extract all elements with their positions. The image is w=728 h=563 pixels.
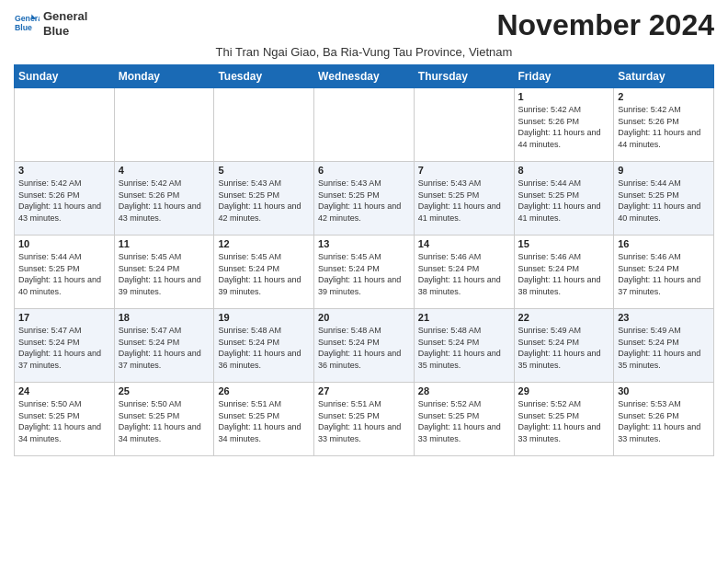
calendar-cell: 27Sunrise: 5:51 AM Sunset: 5:25 PM Dayli… [314, 383, 415, 456]
calendar-cell [314, 88, 415, 162]
weekday-header: Friday [514, 65, 614, 88]
day-number: 2 [618, 91, 710, 102]
calendar-week-row: 3Sunrise: 5:42 AM Sunset: 5:26 PM Daylig… [15, 162, 714, 236]
day-info: Sunrise: 5:50 AM Sunset: 5:25 PM Dayligh… [119, 398, 210, 444]
day-info: Sunrise: 5:44 AM Sunset: 5:25 PM Dayligh… [518, 178, 610, 224]
day-number: 18 [119, 312, 210, 323]
day-number: 11 [119, 238, 210, 249]
calendar-cell: 29Sunrise: 5:52 AM Sunset: 5:25 PM Dayli… [514, 383, 614, 456]
calendar-cell: 26Sunrise: 5:51 AM Sunset: 5:25 PM Dayli… [214, 383, 314, 456]
day-info: Sunrise: 5:43 AM Sunset: 5:25 PM Dayligh… [318, 178, 410, 224]
day-number: 7 [418, 165, 510, 176]
calendar-header: SundayMondayTuesdayWednesdayThursdayFrid… [15, 65, 714, 88]
day-info: Sunrise: 5:45 AM Sunset: 5:24 PM Dayligh… [218, 251, 310, 297]
day-number: 21 [418, 312, 510, 323]
calendar-cell: 25Sunrise: 5:50 AM Sunset: 5:25 PM Dayli… [114, 383, 214, 456]
calendar-cell: 22Sunrise: 5:49 AM Sunset: 5:24 PM Dayli… [514, 309, 614, 383]
calendar-body: 1Sunrise: 5:42 AM Sunset: 5:26 PM Daylig… [15, 88, 714, 456]
day-number: 5 [218, 165, 310, 176]
title-area: November 2024 [496, 9, 714, 41]
calendar-cell: 8Sunrise: 5:44 AM Sunset: 5:25 PM Daylig… [514, 162, 614, 236]
day-number: 26 [218, 385, 310, 396]
day-info: Sunrise: 5:52 AM Sunset: 5:25 PM Dayligh… [518, 398, 610, 444]
day-number: 16 [618, 238, 710, 249]
day-info: Sunrise: 5:48 AM Sunset: 5:24 PM Dayligh… [318, 325, 410, 371]
day-number: 8 [518, 165, 610, 176]
day-info: Sunrise: 5:45 AM Sunset: 5:24 PM Dayligh… [119, 251, 210, 297]
calendar-cell: 4Sunrise: 5:42 AM Sunset: 5:26 PM Daylig… [114, 162, 214, 236]
svg-text:Blue: Blue [15, 23, 32, 32]
day-number: 1 [518, 91, 610, 102]
calendar-cell: 20Sunrise: 5:48 AM Sunset: 5:24 PM Dayli… [314, 309, 415, 383]
calendar-cell [414, 88, 514, 162]
day-info: Sunrise: 5:46 AM Sunset: 5:24 PM Dayligh… [518, 251, 610, 297]
calendar-cell: 18Sunrise: 5:47 AM Sunset: 5:24 PM Dayli… [114, 309, 214, 383]
day-number: 4 [119, 165, 210, 176]
day-number: 29 [518, 385, 610, 396]
day-info: Sunrise: 5:46 AM Sunset: 5:24 PM Dayligh… [618, 251, 710, 297]
calendar-cell: 12Sunrise: 5:45 AM Sunset: 5:24 PM Dayli… [214, 236, 314, 309]
day-info: Sunrise: 5:47 AM Sunset: 5:24 PM Dayligh… [18, 325, 110, 371]
page-header: General Blue General Blue November 2024 [14, 9, 714, 41]
day-info: Sunrise: 5:51 AM Sunset: 5:25 PM Dayligh… [318, 398, 410, 444]
day-info: Sunrise: 5:46 AM Sunset: 5:24 PM Dayligh… [418, 251, 510, 297]
day-info: Sunrise: 5:42 AM Sunset: 5:26 PM Dayligh… [618, 104, 710, 150]
header-row: SundayMondayTuesdayWednesdayThursdayFrid… [15, 65, 714, 88]
day-info: Sunrise: 5:44 AM Sunset: 5:25 PM Dayligh… [18, 251, 110, 297]
day-info: Sunrise: 5:43 AM Sunset: 5:25 PM Dayligh… [418, 178, 510, 224]
calendar-cell: 23Sunrise: 5:49 AM Sunset: 5:24 PM Dayli… [614, 309, 714, 383]
logo-text: General Blue [43, 9, 87, 38]
calendar-cell [214, 88, 314, 162]
calendar-table: SundayMondayTuesdayWednesdayThursdayFrid… [14, 64, 714, 456]
day-number: 23 [618, 312, 710, 323]
day-info: Sunrise: 5:51 AM Sunset: 5:25 PM Dayligh… [218, 398, 310, 444]
day-info: Sunrise: 5:47 AM Sunset: 5:24 PM Dayligh… [119, 325, 210, 371]
calendar-cell: 7Sunrise: 5:43 AM Sunset: 5:25 PM Daylig… [414, 162, 514, 236]
day-number: 12 [218, 238, 310, 249]
logo: General Blue General Blue [14, 9, 87, 38]
calendar-cell: 2Sunrise: 5:42 AM Sunset: 5:26 PM Daylig… [614, 88, 714, 162]
calendar-cell: 3Sunrise: 5:42 AM Sunset: 5:26 PM Daylig… [15, 162, 115, 236]
day-number: 9 [618, 165, 710, 176]
day-number: 13 [318, 238, 410, 249]
subtitle: Thi Tran Ngai Giao, Ba Ria-Vung Tau Prov… [14, 45, 714, 59]
day-info: Sunrise: 5:49 AM Sunset: 5:24 PM Dayligh… [618, 325, 710, 371]
calendar-cell: 14Sunrise: 5:46 AM Sunset: 5:24 PM Dayli… [414, 236, 514, 309]
calendar-cell: 1Sunrise: 5:42 AM Sunset: 5:26 PM Daylig… [514, 88, 614, 162]
calendar-cell [114, 88, 214, 162]
day-number: 24 [18, 385, 110, 396]
day-info: Sunrise: 5:48 AM Sunset: 5:24 PM Dayligh… [418, 325, 510, 371]
day-number: 19 [218, 312, 310, 323]
calendar-cell: 17Sunrise: 5:47 AM Sunset: 5:24 PM Dayli… [15, 309, 115, 383]
day-info: Sunrise: 5:49 AM Sunset: 5:24 PM Dayligh… [518, 325, 610, 371]
calendar-cell: 21Sunrise: 5:48 AM Sunset: 5:24 PM Dayli… [414, 309, 514, 383]
day-number: 6 [318, 165, 410, 176]
calendar-cell: 28Sunrise: 5:52 AM Sunset: 5:25 PM Dayli… [414, 383, 514, 456]
day-info: Sunrise: 5:45 AM Sunset: 5:24 PM Dayligh… [318, 251, 410, 297]
calendar-cell: 5Sunrise: 5:43 AM Sunset: 5:25 PM Daylig… [214, 162, 314, 236]
calendar-cell: 10Sunrise: 5:44 AM Sunset: 5:25 PM Dayli… [15, 236, 115, 309]
calendar-cell: 19Sunrise: 5:48 AM Sunset: 5:24 PM Dayli… [214, 309, 314, 383]
calendar-cell: 16Sunrise: 5:46 AM Sunset: 5:24 PM Dayli… [614, 236, 714, 309]
weekday-header: Thursday [414, 65, 514, 88]
weekday-header: Tuesday [214, 65, 314, 88]
day-number: 3 [18, 165, 110, 176]
calendar-cell: 15Sunrise: 5:46 AM Sunset: 5:24 PM Dayli… [514, 236, 614, 309]
day-number: 27 [318, 385, 410, 396]
day-info: Sunrise: 5:53 AM Sunset: 5:26 PM Dayligh… [618, 398, 710, 444]
calendar-cell: 9Sunrise: 5:44 AM Sunset: 5:25 PM Daylig… [614, 162, 714, 236]
logo-line1: General [43, 9, 87, 24]
day-info: Sunrise: 5:42 AM Sunset: 5:26 PM Dayligh… [119, 178, 210, 224]
calendar-cell: 11Sunrise: 5:45 AM Sunset: 5:24 PM Dayli… [114, 236, 214, 309]
calendar-cell: 13Sunrise: 5:45 AM Sunset: 5:24 PM Dayli… [314, 236, 415, 309]
calendar-week-row: 1Sunrise: 5:42 AM Sunset: 5:26 PM Daylig… [15, 88, 714, 162]
weekday-header: Wednesday [314, 65, 415, 88]
day-number: 30 [618, 385, 710, 396]
month-title: November 2024 [496, 9, 714, 41]
day-info: Sunrise: 5:42 AM Sunset: 5:26 PM Dayligh… [518, 104, 610, 150]
weekday-header: Sunday [15, 65, 115, 88]
day-number: 28 [418, 385, 510, 396]
day-info: Sunrise: 5:42 AM Sunset: 5:26 PM Dayligh… [18, 178, 110, 224]
calendar-week-row: 10Sunrise: 5:44 AM Sunset: 5:25 PM Dayli… [15, 236, 714, 309]
weekday-header: Monday [114, 65, 214, 88]
